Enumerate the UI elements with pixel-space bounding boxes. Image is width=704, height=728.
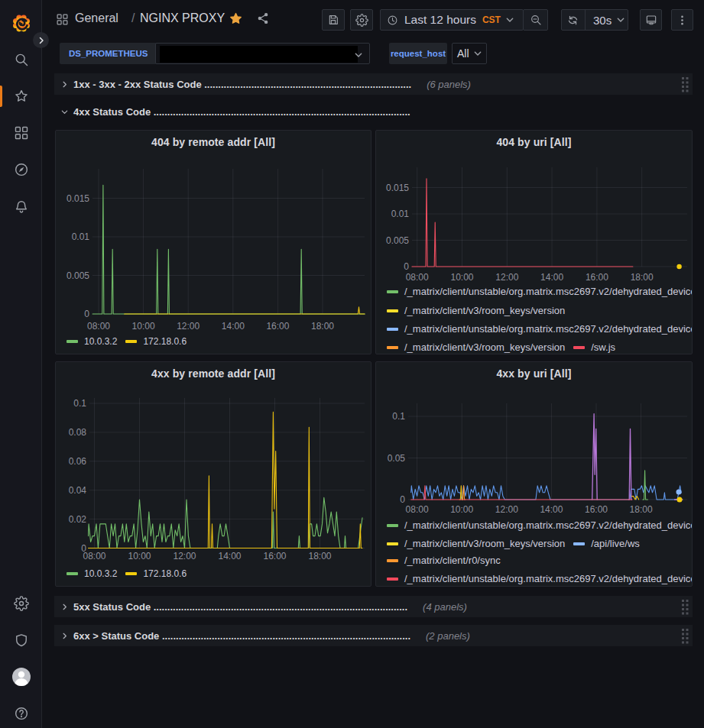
svg-text:0.08: 0.08 — [69, 427, 87, 438]
svg-text:16:00: 16:00 — [586, 272, 608, 283]
svg-text:0: 0 — [84, 309, 89, 319]
svg-text:10:00: 10:00 — [450, 504, 473, 515]
svg-text:16:00: 16:00 — [585, 504, 608, 515]
svg-text:16:00: 16:00 — [266, 321, 289, 332]
svg-text:08:00: 08:00 — [83, 551, 105, 561]
svg-text:08:00: 08:00 — [406, 504, 429, 515]
svg-text:0.04: 0.04 — [69, 485, 87, 496]
svg-text:0.005: 0.005 — [386, 235, 409, 246]
svg-text:0.1: 0.1 — [392, 411, 405, 422]
svg-text:10:00: 10:00 — [450, 272, 473, 283]
svg-text:0.1: 0.1 — [73, 398, 86, 409]
svg-text:12:00: 12:00 — [495, 504, 518, 515]
svg-text:0.05: 0.05 — [388, 453, 406, 464]
svg-text:18:00: 18:00 — [308, 551, 331, 561]
svg-text:08:00: 08:00 — [406, 272, 429, 283]
svg-text:08:00: 08:00 — [87, 321, 110, 332]
svg-text:18:00: 18:00 — [631, 272, 654, 283]
svg-text:10:00: 10:00 — [128, 551, 151, 561]
svg-text:0.01: 0.01 — [72, 231, 90, 242]
svg-text:14:00: 14:00 — [218, 551, 241, 561]
svg-text:0.02: 0.02 — [69, 514, 87, 525]
svg-text:0: 0 — [404, 261, 409, 272]
svg-text:0.06: 0.06 — [69, 456, 87, 467]
svg-text:0.015: 0.015 — [386, 183, 409, 193]
svg-text:14:00: 14:00 — [222, 321, 245, 332]
svg-text:0.015: 0.015 — [67, 193, 89, 204]
svg-text:0.01: 0.01 — [391, 209, 410, 219]
svg-text:0: 0 — [400, 494, 405, 505]
svg-text:16:00: 16:00 — [263, 551, 286, 561]
svg-text:14:00: 14:00 — [540, 272, 563, 283]
svg-text:14:00: 14:00 — [540, 504, 563, 515]
svg-text:18:00: 18:00 — [311, 321, 334, 332]
svg-text:10:00: 10:00 — [132, 321, 155, 332]
svg-text:0.005: 0.005 — [67, 270, 89, 281]
svg-text:12:00: 12:00 — [173, 551, 196, 561]
svg-text:12:00: 12:00 — [495, 272, 518, 283]
svg-text:12:00: 12:00 — [177, 321, 200, 332]
svg-text:18:00: 18:00 — [630, 504, 653, 515]
